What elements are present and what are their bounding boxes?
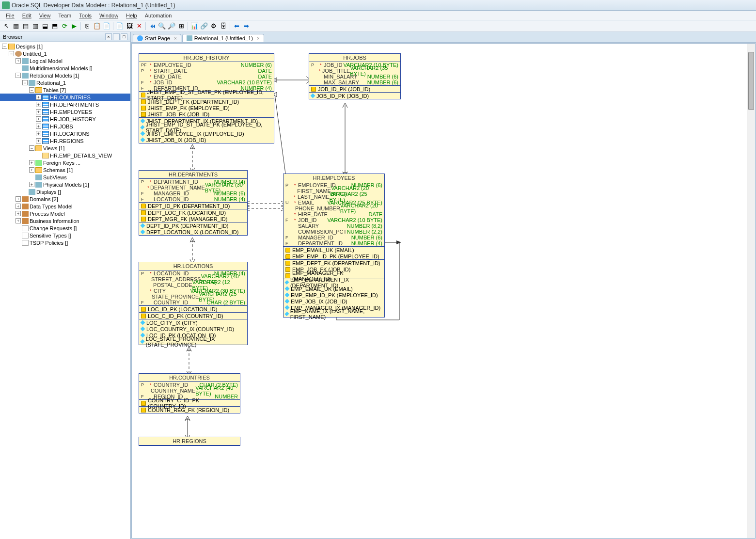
column-row[interactable]: *LAST_NAMEVARCHAR2 (25 BYTE) xyxy=(284,194,384,200)
browser-tree[interactable]: −Designs [1] −Untitled_1 +Logical Model … xyxy=(0,42,130,539)
column-row[interactable]: *JOB_TITLEVARCHAR2 (35 BYTE) xyxy=(309,68,400,74)
tree-table-locations[interactable]: +HR.LOCATIONS xyxy=(0,130,130,137)
menu-tools[interactable]: Tools xyxy=(75,12,95,19)
fk-row[interactable]: EMP_DEPT_FK (DEPARTMENT_ID) xyxy=(284,260,384,266)
tree-rel1[interactable]: −Relational_1 xyxy=(0,79,130,86)
menu-edit[interactable]: Edit xyxy=(18,12,35,19)
index-row[interactable]: EMP_EMP_ID_PK (EMPLOYEE_ID) xyxy=(284,292,384,298)
clipboard-icon[interactable]: 📄 xyxy=(102,22,111,31)
vertical-scrollbar[interactable] xyxy=(747,44,755,538)
tree-toggle-icon[interactable]: + xyxy=(29,160,34,165)
play-icon[interactable]: ▶ xyxy=(70,22,79,31)
pk-row[interactable]: JOB_ID_PK (JOB_ID) xyxy=(309,86,400,92)
pk-row[interactable]: EMP_EMP_ID_PK (EMPLOYEE_ID) xyxy=(284,253,384,259)
column-row[interactable]: F*JOB_IDVARCHAR2 (10 BYTE) xyxy=(139,79,274,85)
tree-tsdp[interactable]: TSDP Policies [] xyxy=(0,239,130,246)
tree-toggle-icon[interactable]: + xyxy=(36,131,41,136)
copy-icon[interactable]: ⎘ xyxy=(83,22,92,31)
tree-process[interactable]: +Process Model xyxy=(0,210,130,217)
tree-domains[interactable]: +Domains [2] xyxy=(0,195,130,203)
column-row[interactable]: P*START_DATEDATE xyxy=(139,68,274,74)
report-icon[interactable]: 📊 xyxy=(190,22,199,31)
column-row[interactable]: STATE_PROVINCEVARCHAR2 (25 BYTE) xyxy=(139,294,247,300)
index-row[interactable]: JHIST_EMP_ID_ST_DATE_PK (EMPLOYEE_ID, ST… xyxy=(139,124,274,130)
column-row[interactable]: COUNTRY_NAMEVARCHAR2 (40 BYTE) xyxy=(139,388,240,394)
back-icon[interactable]: ⬅ xyxy=(232,22,241,31)
image-icon[interactable]: 🖼 xyxy=(125,22,134,31)
index-row[interactable]: JOB_ID_PK (JOB_ID) xyxy=(309,93,400,99)
tree-toggle-icon[interactable]: − xyxy=(16,73,21,78)
tree-toggle-icon[interactable]: + xyxy=(36,138,41,143)
tree-toggle-icon[interactable]: + xyxy=(36,116,41,122)
close-icon[interactable]: ✕ xyxy=(135,22,143,31)
tree-toggle-icon[interactable]: − xyxy=(9,51,14,56)
tree-toggle-icon[interactable]: + xyxy=(36,124,41,129)
paste-icon[interactable]: 📋 xyxy=(93,22,101,31)
fk-row[interactable]: JHIST_EMP_FK (EMPLOYEE_ID) xyxy=(139,105,274,111)
menu-automation[interactable]: Automation xyxy=(141,12,176,19)
entity-job-history[interactable]: HR.JOB_HISTORY PF*EMPLOYEE_IDNUMBER (6)P… xyxy=(139,53,274,143)
column-row[interactable]: PHONE_NUMBERVARCHAR2 (20 BYTE) xyxy=(284,206,384,211)
pk-row[interactable]: LOC_ID_PK (LOCATION_ID) xyxy=(139,306,247,312)
tree-toggle-icon[interactable]: − xyxy=(2,44,7,49)
entity-employees[interactable]: HR.EMPLOYEES P*EMPLOYEE_IDNUMBER (6)FIRS… xyxy=(283,174,385,317)
tree-table-regions[interactable]: +HR.REGIONS xyxy=(0,137,130,144)
view-icon[interactable]: ▥ xyxy=(31,22,40,31)
menu-view[interactable]: View xyxy=(35,12,55,19)
pk-row[interactable]: COUNTRY_C_ID_PK (COUNTRY_ID) xyxy=(139,400,240,406)
browser-maximize-icon[interactable]: □ xyxy=(121,33,127,40)
menu-help[interactable]: Help xyxy=(122,12,141,19)
index-row[interactable]: LOC_CITY_IX (CITY) xyxy=(139,319,247,326)
sync-icon[interactable]: ⟳ xyxy=(60,22,69,31)
tree-business[interactable]: +Business Information xyxy=(0,217,130,224)
tree-relational[interactable]: −Relational Models [1] xyxy=(0,72,130,79)
scrollbar-thumb[interactable] xyxy=(748,52,754,110)
tree-views[interactable]: −Views [1] xyxy=(0,144,130,152)
tree-toggle-icon[interactable]: + xyxy=(16,218,21,223)
tree-toggle-icon[interactable]: + xyxy=(36,102,41,107)
index-row[interactable]: LOC_COUNTRY_IX (COUNTRY_ID) xyxy=(139,326,247,332)
column-row[interactable]: COMMISSION_PCTNUMBER (2,2) xyxy=(284,229,384,235)
fit-icon[interactable]: ⊞ xyxy=(177,22,186,31)
tree-untitled[interactable]: −Untitled_1 xyxy=(0,50,130,57)
fk-row[interactable]: JHIST_JOB_FK (JOB_ID) xyxy=(139,111,274,117)
tree-datatypes[interactable]: +Data Types Model xyxy=(0,203,130,210)
tree-toggle-icon[interactable]: + xyxy=(29,182,34,187)
column-row[interactable]: *END_DATEDATE xyxy=(139,74,274,79)
tab-startpage[interactable]: Start Page× xyxy=(133,34,181,42)
merge-icon[interactable]: ⬒ xyxy=(50,22,59,31)
tree-toggle-icon[interactable]: + xyxy=(16,211,21,216)
tree-view-empdetails[interactable]: HR.EMP_DETAILS_VIEW xyxy=(0,152,130,159)
tree-physical[interactable]: +Physical Models [1] xyxy=(0,181,130,188)
link-icon[interactable]: 🔗 xyxy=(200,22,208,31)
entity-countries[interactable]: HR.COUNTRIES P*COUNTRY_IDCHAR (2 BYTE)CO… xyxy=(139,373,240,413)
tree-table-countries[interactable]: +HR.COUNTRIES xyxy=(0,94,130,101)
tree-toggle-icon[interactable]: + xyxy=(29,167,34,173)
split-icon[interactable]: ⬓ xyxy=(41,22,49,31)
column-row[interactable]: FDEPARTMENT_IDNUMBER (4) xyxy=(284,240,384,246)
tree-toggle-icon[interactable]: − xyxy=(29,87,34,93)
settings-icon[interactable]: ⚙ xyxy=(209,22,218,31)
fk-row[interactable]: COUNTR_REG_FK (REGION_ID) xyxy=(139,407,240,413)
column-row[interactable]: *HIRE_DATEDATE xyxy=(284,211,384,217)
column-row[interactable]: FCOUNTRY_IDCHAR (2 BYTE) xyxy=(139,300,247,305)
index-row[interactable]: EMP_NAME_IX (LAST_NAME, FIRST_NAME) xyxy=(284,311,384,317)
pk-row[interactable]: JHIST_EMP_ID_ST_DATE_PK (EMPLOYEE_ID, ST… xyxy=(139,92,274,98)
column-row[interactable]: MIN_SALARYNUMBER (6) xyxy=(309,74,400,79)
forward-icon[interactable]: ➡ xyxy=(242,22,251,31)
tree-toggle-icon[interactable]: + xyxy=(36,95,41,100)
column-row[interactable]: FMANAGER_IDNUMBER (6) xyxy=(284,235,384,240)
index-row[interactable]: LOC_STATE_PROVINCE_IX (STATE_PROVINCE) xyxy=(139,338,247,345)
tree-sensitive[interactable]: Sensitive Types [] xyxy=(0,232,130,239)
tree-table-departments[interactable]: +HR.DEPARTMENTS xyxy=(0,101,130,108)
column-row[interactable]: FMANAGER_IDNUMBER (6) xyxy=(139,190,247,196)
menu-window[interactable]: Window xyxy=(95,12,122,19)
tree-changereq[interactable]: Change Requests [] xyxy=(0,224,130,232)
menu-file[interactable]: File xyxy=(2,12,18,19)
tree-schemas[interactable]: +Schemas [1] xyxy=(0,166,130,174)
tree-toggle-icon[interactable]: + xyxy=(36,109,41,114)
column-row[interactable]: *DEPARTMENT_NAMEVARCHAR2 (30 BYTE) xyxy=(139,185,247,190)
tree-table-jobhistory[interactable]: +HR.JOB_HISTORY xyxy=(0,115,130,123)
zoom-out-icon[interactable]: 🔎 xyxy=(167,22,176,31)
column-row[interactable]: FLOCATION_IDNUMBER (4) xyxy=(139,196,247,202)
